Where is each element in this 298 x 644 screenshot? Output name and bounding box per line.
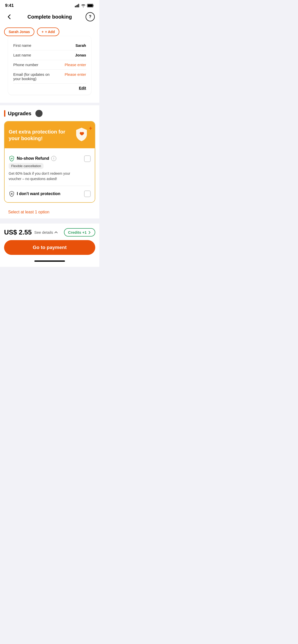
traveler-chips-area: Sarah Jonas + + Add [0,25,99,36]
phone-value: Please enter [65,63,86,67]
back-button[interactable] [5,12,14,21]
svg-rect-0 [75,6,76,7]
plus-icon: + [89,125,92,132]
shield-heart-icon [74,127,89,141]
no-protection-title: I don't want protection [17,192,60,196]
option-description: Get 60% back if you don't redeem your vo… [9,171,80,182]
phone-label: Phone number [13,63,38,67]
option-title-row: No-show Refund i [9,155,80,162]
help-button[interactable]: ? [86,12,95,21]
edit-button[interactable]: Edit [79,86,86,90]
info-row-firstname: First name Sarah [13,41,86,50]
wifi-icon [81,4,86,7]
no-show-refund-option: No-show Refund i Flexible cancellation G… [9,152,91,185]
option-left: No-show Refund i Flexible cancellation G… [9,155,80,182]
bottom-divider [0,218,99,221]
firstname-value: Sarah [75,43,86,48]
flexible-cancellation-badge: Flexible cancellation [9,163,44,169]
info-icon[interactable]: i [51,156,56,161]
traveler-chip-sarah[interactable]: Sarah Jonas [4,27,34,36]
status-icons [75,4,94,7]
price-amount: US$ 2.55 [4,228,32,236]
email-label: Email (for updates on your booking) [13,72,54,81]
info-row-lastname: Last name Jonas [13,50,86,60]
upgrade-card-header: Get extra protection for your booking! + [5,122,95,148]
see-details-button[interactable]: See details [34,230,58,235]
upgrades-section: Upgrades Get extra protection for your b… [0,105,99,218]
add-icon: + [42,30,44,34]
credits-badge[interactable]: Credits +1 [64,228,95,237]
upgrades-header: Upgrades [4,110,95,117]
firstname-label: First name [13,43,31,48]
upgrades-accent [4,110,5,117]
chevron-right-icon [88,231,91,234]
footer-section: US$ 2.55 See details Credits +1 Go to pa… [0,224,99,267]
battery-icon [87,4,94,7]
info-row-phone: Phone number Please enter [13,60,86,70]
status-bar: 9:41 [0,0,99,10]
lastname-label: Last name [13,53,31,57]
svg-rect-2 [77,5,78,7]
protection-icon: + [74,127,91,143]
price-left: US$ 2.55 See details [4,228,58,236]
page-title: Complete booking [28,14,72,20]
upgrade-card: Get extra protection for your booking! + [4,121,95,203]
svg-rect-1 [76,5,77,8]
svg-rect-3 [78,4,79,7]
lastname-value: Jonas [75,53,86,57]
email-value: Please enter [65,72,86,77]
info-edit-row: Edit [13,84,86,90]
shield-check-icon [9,155,15,162]
no-protection-checkbox[interactable] [84,191,91,197]
signal-icon [75,4,79,7]
svg-rect-5 [88,4,93,7]
upgrade-options: No-show Refund i Flexible cancellation G… [5,148,95,202]
nav-bar: Complete booking ? [0,10,99,25]
info-card: First name Sarah Last name Jonas Phone n… [8,36,91,95]
status-time: 9:41 [5,3,14,8]
shield-x-icon [9,191,15,197]
home-indicator [34,260,65,262]
no-show-refund-checkbox[interactable] [84,155,91,162]
upgrade-card-title: Get extra protection for your booking! [9,128,67,142]
add-traveler-button[interactable]: + + Add [37,27,59,36]
upgrades-title: Upgrades [8,111,31,116]
go-to-payment-button[interactable]: Go to payment [4,240,95,255]
no-protection-title-row: I don't want protection [9,191,60,197]
option-divider [9,186,91,186]
no-show-refund-title: No-show Refund [17,156,49,161]
upgrades-dot [35,110,43,117]
no-protection-option: I don't want protection [9,187,91,198]
validation-message: Select at least 1 option [4,206,95,218]
section-divider [0,103,99,105]
info-row-email: Email (for updates on your booking) Plea… [13,70,86,84]
price-row: US$ 2.55 See details Credits +1 [4,228,95,237]
chevron-up-icon [54,231,58,234]
